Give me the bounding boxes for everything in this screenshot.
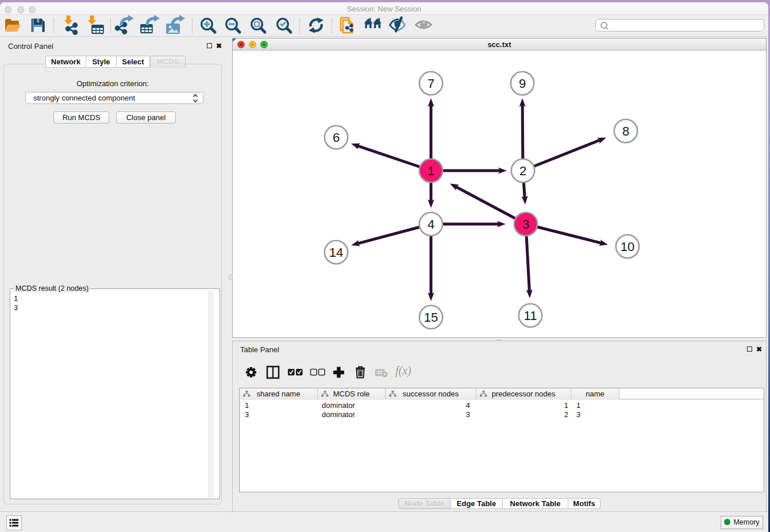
svg-text:10: 10 (621, 240, 634, 254)
svg-text:4: 4 (428, 217, 434, 232)
svg-text:3: 3 (522, 217, 529, 232)
svg-text:15: 15 (424, 310, 438, 325)
svg-text:9: 9 (519, 76, 526, 91)
svg-text:11: 11 (524, 309, 537, 323)
svg-text:6: 6 (333, 130, 340, 145)
svg-text:14: 14 (329, 245, 343, 260)
svg-text:8: 8 (622, 124, 629, 138)
svg-text:1: 1 (428, 164, 434, 178)
svg-text:7: 7 (428, 76, 434, 91)
svg-text:2: 2 (519, 164, 526, 178)
